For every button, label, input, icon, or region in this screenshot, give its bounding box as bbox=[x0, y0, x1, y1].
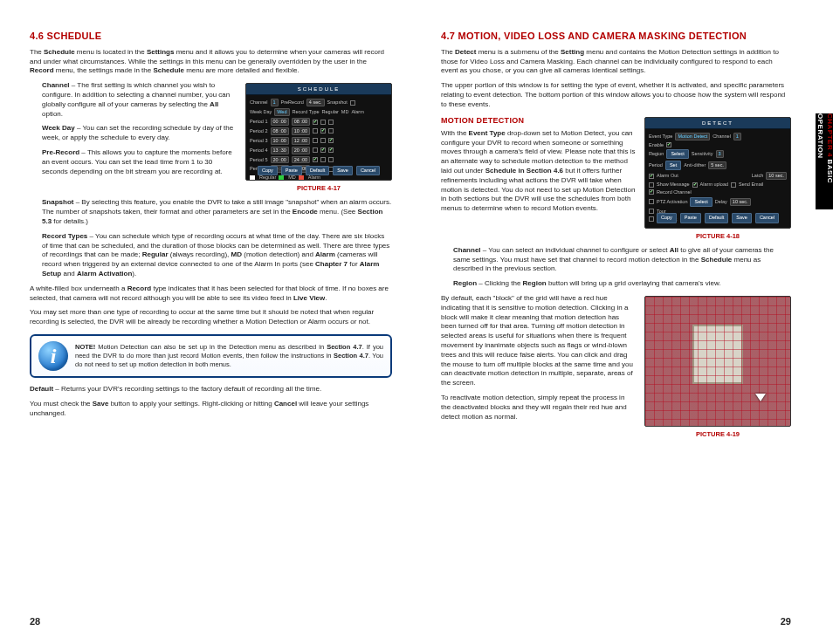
intro-4-6: The Schedule menu is located in the Sett… bbox=[30, 48, 392, 76]
schedule-dialog: SCHEDULE Channel 1 PreRecord 4 sec. Snap… bbox=[245, 83, 392, 181]
def-snapshot: Snapshot – By selecting this feature, yo… bbox=[42, 198, 392, 226]
dialog-buttons: Copy Paste Default Save Cancel bbox=[246, 166, 391, 175]
figure-4-17: SCHEDULE Channel 1 PreRecord 4 sec. Snap… bbox=[245, 83, 392, 193]
save-paragraph: You must check the Save button to apply … bbox=[30, 400, 392, 419]
note-text: NOTE! Motion Detection can also be set u… bbox=[75, 343, 383, 369]
grid-overlay-icon bbox=[645, 297, 790, 426]
figure-caption-4-19: PICTURE 4-19 bbox=[644, 430, 791, 439]
intro-4-7b: The upper portion of this window is for … bbox=[441, 81, 791, 109]
figure-4-19: PICTURE 4-19 bbox=[644, 296, 791, 439]
after-defs-1: A white-filled box underneath a Record t… bbox=[30, 284, 392, 304]
dialog-title: SCHEDULE bbox=[246, 84, 391, 95]
page-number-29: 29 bbox=[781, 615, 791, 628]
def-region: Region – Clicking the Region button will… bbox=[453, 279, 791, 289]
dialog-title: DETECT bbox=[645, 118, 790, 129]
after-defs-2: You may set more than one type of record… bbox=[30, 308, 392, 327]
detect-dialog: DETECT Event TypeMotion DetectChannel1 E… bbox=[644, 117, 791, 229]
intro-4-7a: The Detect menu is a submenu of the Sett… bbox=[441, 48, 791, 76]
section-heading-4-7: 4.7 Motion, Video Loss and Camera Maskin… bbox=[441, 30, 791, 43]
page-number-28: 28 bbox=[30, 615, 40, 628]
region-grid bbox=[644, 296, 791, 427]
figure-caption-4-17: PICTURE 4-17 bbox=[245, 184, 392, 193]
chapter-tab: CHAPTER 4 BASIC OPERATION bbox=[816, 113, 833, 209]
page-29: 4.7 Motion, Video Loss and Camera Maskin… bbox=[416, 0, 833, 644]
page-28: 4.6 Schedule The Schedule menu is locate… bbox=[0, 0, 416, 644]
default-paragraph: Default – Returns your DVR's recording s… bbox=[30, 385, 392, 394]
info-icon: i bbox=[38, 341, 68, 371]
note-box: i NOTE! Motion Detection can also be set… bbox=[30, 334, 392, 378]
section-heading-4-6: 4.6 Schedule bbox=[30, 30, 392, 43]
figure-4-18: DETECT Event TypeMotion DetectChannel1 E… bbox=[644, 117, 791, 241]
cursor-icon bbox=[755, 394, 766, 401]
def-channel-r: Channel – You can select an individual c… bbox=[453, 246, 791, 274]
figure-caption-4-18: PICTURE 4-18 bbox=[644, 232, 791, 241]
def-record-types: Record Types – You can schedule which ty… bbox=[42, 232, 392, 279]
